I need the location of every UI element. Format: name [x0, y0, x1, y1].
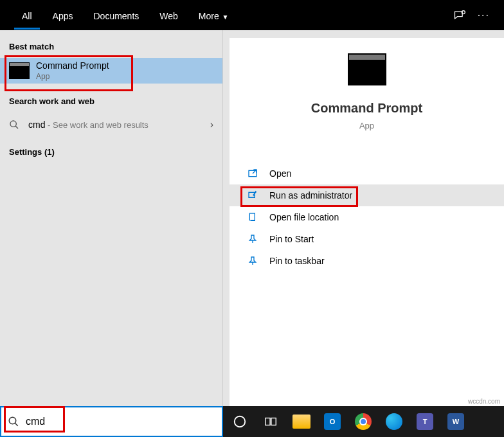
taskbar-apps: O T W: [223, 406, 504, 437]
open-icon: [248, 168, 260, 179]
cmd-large-icon: [348, 53, 386, 85]
action-label: Run as administrator: [269, 190, 352, 201]
admin-icon: [248, 190, 260, 201]
search-web-label: Search work and web: [0, 93, 222, 112]
svg-point-10: [235, 416, 246, 427]
action-label: Open file location: [269, 212, 339, 222]
pin-start-icon: [248, 234, 260, 244]
action-label: Open: [269, 168, 291, 179]
result-title: Command Prompt: [36, 60, 213, 71]
chrome-icon[interactable]: [350, 409, 376, 434]
main-area: Best match Command Prompt App Search wor…: [0, 30, 504, 406]
action-label: Pin to taskbar: [269, 256, 325, 266]
outlook-icon[interactable]: O: [320, 409, 345, 434]
pin-taskbar-icon: [248, 256, 260, 266]
action-open-location[interactable]: Open file location: [230, 206, 504, 228]
search-icon: [8, 416, 19, 427]
tab-apps[interactable]: Apps: [42, 3, 84, 28]
action-pin-taskbar[interactable]: Pin to taskbar: [230, 250, 504, 272]
cortana-icon[interactable]: [227, 409, 253, 434]
search-tabs: All Apps Documents Web More ▼: [12, 3, 239, 28]
cmd-icon: [9, 62, 30, 79]
explorer-icon[interactable]: [289, 409, 314, 434]
tab-more[interactable]: More ▼: [188, 3, 239, 28]
word-icon[interactable]: W: [443, 409, 469, 434]
best-match-label: Best match: [0, 38, 222, 58]
result-command-prompt[interactable]: Command Prompt App: [0, 58, 222, 84]
svg-point-1: [10, 121, 16, 127]
actions-list: Open Run as administrator Open file loca…: [230, 163, 504, 272]
tab-web[interactable]: Web: [149, 3, 188, 28]
action-label: Pin to Start: [269, 234, 314, 244]
search-suffix: - See work and web results: [45, 120, 148, 130]
folder-icon: [248, 212, 260, 222]
chevron-right-icon: ›: [210, 119, 213, 130]
taskbar: O T W: [0, 406, 504, 437]
header-bar: All Apps Documents Web More ▼ ···: [0, 0, 504, 30]
svg-rect-5: [249, 213, 255, 220]
edge-icon[interactable]: [381, 409, 407, 434]
svg-line-9: [15, 423, 18, 426]
result-sub: App: [36, 72, 213, 81]
search-term: cmd: [28, 120, 45, 130]
left-pane: Best match Command Prompt App Search wor…: [0, 30, 223, 406]
action-run-admin[interactable]: Run as administrator: [230, 184, 504, 206]
task-view-icon[interactable]: [258, 409, 284, 434]
search-box[interactable]: [0, 406, 223, 437]
svg-rect-11: [266, 418, 270, 425]
action-open[interactable]: Open: [230, 163, 504, 184]
svg-line-2: [15, 126, 18, 129]
tab-all[interactable]: All: [12, 3, 42, 28]
chevron-down-icon: ▼: [221, 13, 229, 21]
search-input[interactable]: [26, 416, 215, 427]
tab-documents[interactable]: Documents: [83, 3, 149, 28]
svg-point-8: [9, 417, 16, 424]
teams-icon[interactable]: T: [412, 409, 438, 434]
feedback-icon[interactable]: [453, 9, 466, 22]
search-web-row[interactable]: cmd - See work and web results ›: [0, 112, 222, 137]
detail-title: Command Prompt: [311, 101, 422, 116]
more-icon[interactable]: ···: [478, 10, 490, 21]
detail-sub: App: [359, 121, 374, 130]
search-icon: [9, 120, 22, 130]
settings-label[interactable]: Settings (1): [0, 143, 222, 163]
right-pane: Command Prompt App Open Run as administr…: [230, 38, 504, 406]
action-pin-start[interactable]: Pin to Start: [230, 228, 504, 250]
svg-rect-12: [271, 418, 276, 425]
watermark: wccdn.com: [468, 398, 500, 405]
